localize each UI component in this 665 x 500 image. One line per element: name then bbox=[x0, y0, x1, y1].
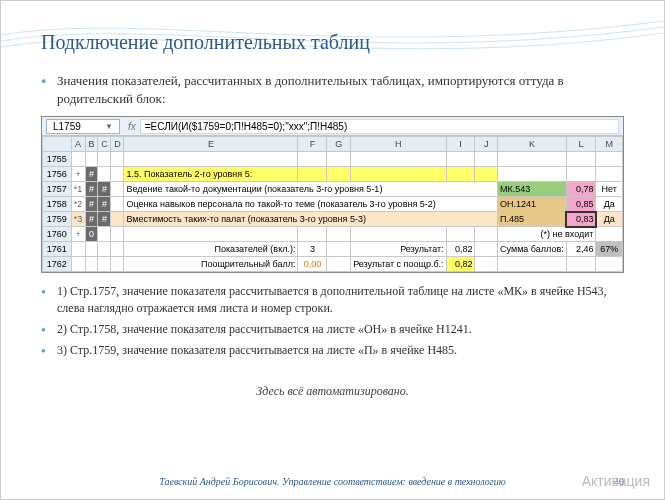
fx-label: fx bbox=[124, 121, 140, 132]
footnote: Здесь всё автоматизировано. bbox=[41, 384, 624, 399]
table-row: 1756 + # 1.5. Показатель 2-го уровня 5: bbox=[43, 167, 623, 182]
table-row: 1762 Поощрительный балл: 0,00 Результат … bbox=[43, 257, 623, 272]
table-row: 1761 Показателей (вкл.): 3 Результат: 0,… bbox=[43, 242, 623, 257]
table-row: 1758 *2 # # Оценка навыков персонала по … bbox=[43, 197, 623, 212]
name-box[interactable]: L1759 ▼ bbox=[46, 119, 120, 134]
column-headers: A B C D E F G H I J K L M bbox=[43, 137, 623, 152]
active-cell-ref: L1759 bbox=[53, 121, 81, 132]
activation-watermark: Активация bbox=[582, 473, 650, 489]
note-2: 2) Стр.1758, значение показателя рассчит… bbox=[41, 321, 624, 338]
table-row: 1759 *3 # # Вместимость таких-то палат (… bbox=[43, 212, 623, 227]
table-row: 1755 bbox=[43, 152, 623, 167]
intro-text: Значения показателей, рассчитанных в доп… bbox=[41, 72, 624, 108]
footer-text: Таевский Андрей Борисович. Управление со… bbox=[1, 476, 664, 487]
table-row: 1760 + 0 (*) не входит bbox=[43, 227, 623, 242]
table-row: 1757 *1 # # Ведение такой-то документаци… bbox=[43, 182, 623, 197]
formula-bar[interactable]: =ЕСЛИ(И($1759=0;П!H485=0);"xxx";П!H485) bbox=[140, 119, 619, 134]
spreadsheet: L1759 ▼ fx =ЕСЛИ(И($1759=0;П!H485=0);"xx… bbox=[41, 116, 624, 273]
note-3: 3) Стр.1759, значение показателя рассчит… bbox=[41, 342, 624, 359]
note-1: 1) Стр.1757, значение показателя рассчит… bbox=[41, 283, 624, 317]
cells-grid[interactable]: A B C D E F G H I J K L M 1755 1756 + bbox=[42, 136, 623, 272]
chevron-down-icon: ▼ bbox=[105, 122, 113, 131]
slide-title: Подключение дополнительных таблиц bbox=[1, 1, 664, 64]
